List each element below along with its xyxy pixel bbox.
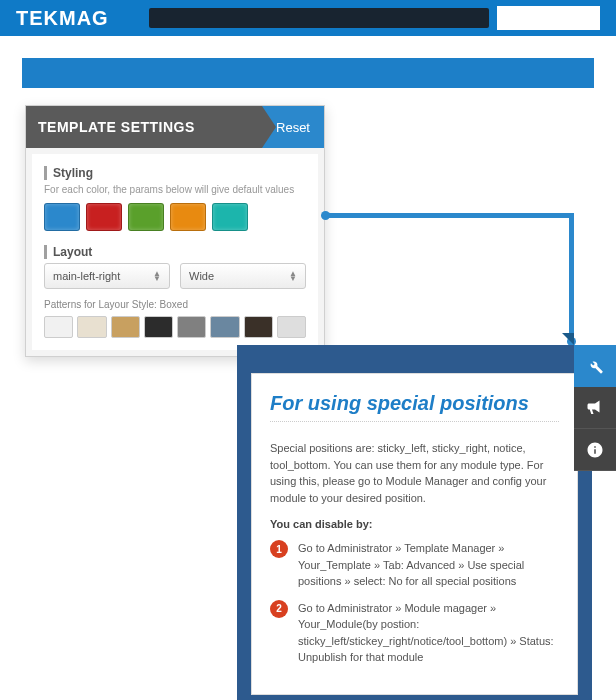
connector-line xyxy=(569,213,574,343)
pattern-row xyxy=(44,316,306,338)
chevron-updown-icon: ▲▼ xyxy=(289,271,297,281)
bullhorn-icon xyxy=(586,399,604,417)
layout-label: Layout xyxy=(44,245,306,259)
settings-title: TEMPLATE SETTINGS xyxy=(26,106,262,148)
color-swatch-teal[interactable] xyxy=(212,203,248,231)
pattern-swatch[interactable] xyxy=(177,316,206,338)
step-text: Go to Administrator » Module magager » Y… xyxy=(298,600,559,666)
pattern-swatch[interactable] xyxy=(44,316,73,338)
special-positions-panel-outer: For using special positions Special posi… xyxy=(237,345,592,700)
color-swatch-row xyxy=(44,203,306,231)
side-tool-tabs xyxy=(574,345,616,471)
tool-tab-info[interactable] xyxy=(574,429,616,471)
step-badge: 2 xyxy=(270,600,288,618)
connector-line xyxy=(325,213,573,218)
pattern-swatch[interactable] xyxy=(77,316,106,338)
styling-label: Styling xyxy=(44,166,306,180)
header-banner xyxy=(22,58,594,88)
top-right-box xyxy=(497,6,600,30)
connector-dot xyxy=(321,211,330,220)
color-swatch-orange[interactable] xyxy=(170,203,206,231)
step-text: Go to Administrator » Template Manager »… xyxy=(298,540,559,590)
patterns-label: Patterns for Layour Style: Boxed xyxy=(44,299,306,310)
color-swatch-blue[interactable] xyxy=(44,203,80,231)
pattern-swatch[interactable] xyxy=(244,316,273,338)
tool-tab-announce[interactable] xyxy=(574,387,616,429)
tool-tab-wrench[interactable] xyxy=(574,345,616,387)
pattern-swatch[interactable] xyxy=(277,316,306,338)
layout-select-columns[interactable]: main-left-right ▲▼ xyxy=(44,263,170,289)
positions-title: For using special positions xyxy=(270,392,559,422)
step-2: 2 Go to Administrator » Module magager »… xyxy=(270,600,559,666)
styling-desc: For each color, the params below will gi… xyxy=(44,184,306,195)
pattern-swatch[interactable] xyxy=(210,316,239,338)
pattern-swatch[interactable] xyxy=(111,316,140,338)
positions-disable-label: You can disable by: xyxy=(270,518,559,530)
color-swatch-red[interactable] xyxy=(86,203,122,231)
wrench-icon xyxy=(586,357,604,375)
logo: TEKMAG xyxy=(16,7,109,30)
top-bar: TEKMAG xyxy=(0,0,616,36)
nav-band xyxy=(149,8,489,28)
pattern-swatch[interactable] xyxy=(144,316,173,338)
step-badge: 1 xyxy=(270,540,288,558)
color-swatch-green[interactable] xyxy=(128,203,164,231)
info-icon xyxy=(586,441,604,459)
template-settings-panel: TEMPLATE SETTINGS Reset Styling For each… xyxy=(25,105,325,357)
select-value: Wide xyxy=(189,270,214,282)
positions-intro: Special positions are: sticky_left, stic… xyxy=(270,440,559,506)
special-positions-panel: For using special positions Special posi… xyxy=(251,373,578,695)
settings-header: TEMPLATE SETTINGS Reset xyxy=(26,106,324,148)
step-1: 1 Go to Administrator » Template Manager… xyxy=(270,540,559,590)
chevron-updown-icon: ▲▼ xyxy=(153,271,161,281)
layout-select-width[interactable]: Wide ▲▼ xyxy=(180,263,306,289)
select-value: main-left-right xyxy=(53,270,120,282)
